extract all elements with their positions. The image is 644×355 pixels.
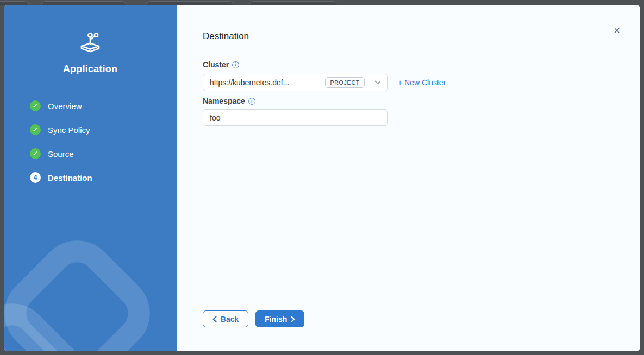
step-label: Sync Policy (48, 125, 90, 135)
step-number-icon: 4 (30, 172, 41, 183)
application-box-icon (77, 29, 103, 54)
logo-watermark (4, 183, 177, 351)
check-icon: ✓ (30, 100, 41, 111)
background-tab (41, 1, 127, 5)
check-icon: ✓ (30, 148, 41, 159)
finish-button-label: Finish (265, 315, 287, 324)
wizard-title: Application (4, 64, 177, 75)
step-source[interactable]: ✓ Source (30, 148, 166, 159)
info-icon[interactable]: i (232, 61, 239, 68)
chevron-left-icon (212, 316, 217, 322)
page-title: Destination (203, 31, 249, 42)
wizard-steps: ✓ Overview ✓ Sync Policy ✓ Source 4 Dest… (30, 100, 166, 196)
cluster-selected-value: https://kubernetes.def... (210, 78, 325, 87)
chevron-right-icon (291, 316, 295, 322)
step-label: Overview (48, 102, 82, 111)
background-tab (0, 1, 29, 5)
cluster-select[interactable]: https://kubernetes.def... PROJECT (203, 74, 388, 91)
cluster-label: Cluster i (203, 60, 239, 69)
chevron-down-icon (374, 80, 381, 85)
step-overview[interactable]: ✓ Overview (30, 100, 166, 111)
background-browser-tabbar (0, 0, 644, 5)
application-wizard-dialog: Application ✓ Overview ✓ Sync Policy ✓ S… (4, 5, 640, 351)
info-icon[interactable]: i (248, 98, 255, 105)
check-icon: ✓ (30, 124, 41, 135)
step-label: Destination (48, 173, 92, 182)
background-tab (146, 1, 234, 5)
finish-button[interactable]: Finish (255, 310, 304, 327)
project-badge: PROJECT (325, 77, 365, 88)
step-destination[interactable]: 4 Destination (30, 172, 166, 183)
namespace-label-text: Namespace (203, 97, 245, 105)
screen: Application ✓ Overview ✓ Sync Policy ✓ S… (0, 0, 644, 355)
back-button[interactable]: Back (203, 310, 248, 327)
namespace-label: Namespace i (203, 97, 255, 105)
background-tab (249, 1, 338, 5)
close-icon[interactable]: × (611, 24, 623, 36)
new-cluster-link[interactable]: + New Cluster (398, 78, 446, 87)
wizard-content: × Destination Cluster i https://kubernet… (177, 5, 640, 351)
cluster-label-text: Cluster (203, 60, 229, 69)
step-sync-policy[interactable]: ✓ Sync Policy (30, 124, 166, 135)
step-label: Source (48, 149, 74, 159)
back-button-label: Back (221, 315, 239, 324)
namespace-input[interactable] (203, 109, 388, 126)
wizard-sidebar: Application ✓ Overview ✓ Sync Policy ✓ S… (4, 5, 177, 351)
